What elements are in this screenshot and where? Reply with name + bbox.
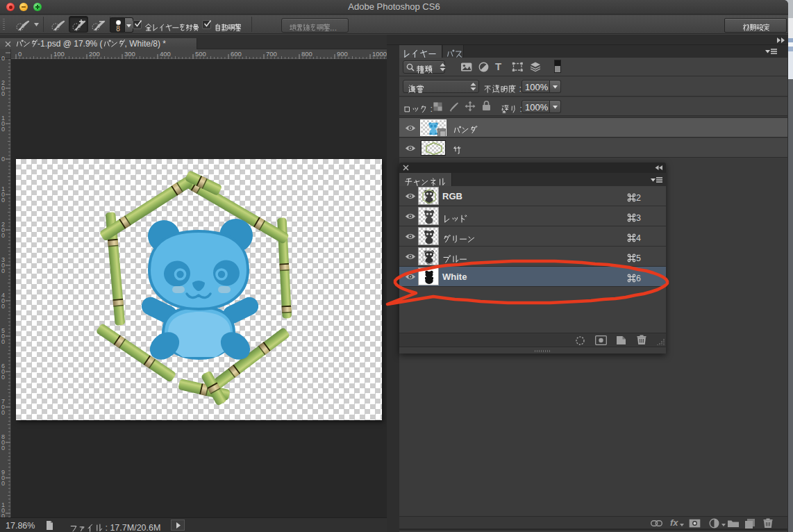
svg-text:0: 0: [1, 303, 5, 310]
svg-text:0: 0: [1, 232, 5, 239]
svg-text:0: 0: [1, 55, 5, 62]
svg-text:0: 0: [1, 338, 5, 345]
svg-text:0: 0: [1, 409, 5, 416]
svg-text:200: 200: [89, 50, 100, 58]
svg-text:300: 300: [124, 50, 135, 58]
svg-text:600: 600: [231, 50, 242, 58]
svg-text:800: 800: [301, 50, 312, 58]
svg-text:100: 100: [53, 50, 65, 58]
svg-text:900: 900: [337, 50, 348, 58]
svg-text:700: 700: [266, 50, 277, 58]
svg-text:0: 0: [1, 126, 5, 133]
svg-text:0: 0: [18, 50, 22, 58]
svg-text:0: 0: [1, 197, 5, 203]
svg-text:0: 0: [1, 374, 5, 381]
svg-text:0: 0: [1, 156, 5, 163]
svg-text:1000: 1000: [372, 50, 387, 58]
svg-text:0: 0: [1, 480, 5, 487]
svg-text:500: 500: [195, 50, 206, 58]
svg-text:0: 0: [1, 444, 5, 451]
svg-text:400: 400: [160, 50, 171, 58]
svg-text:0: 0: [1, 90, 5, 97]
svg-text:0: 0: [1, 267, 5, 274]
